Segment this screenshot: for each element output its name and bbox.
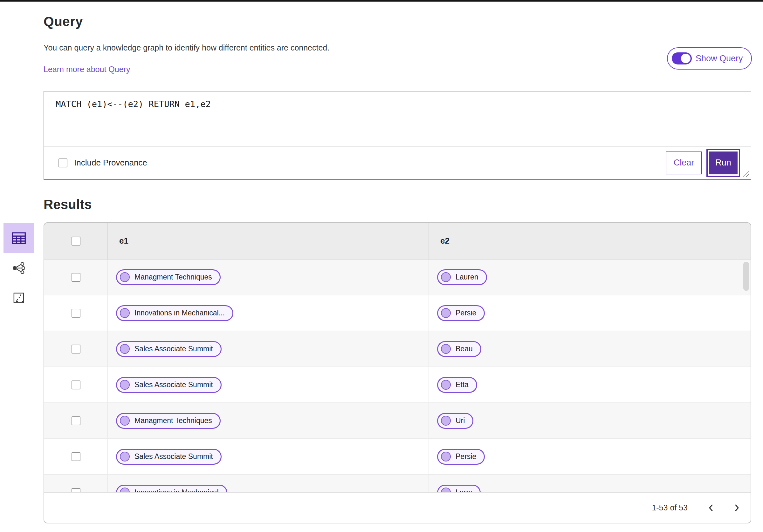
query-page: Query You can query a knowledge graph to… bbox=[0, 0, 763, 532]
entity-node-icon bbox=[120, 344, 130, 354]
results-title: Results bbox=[44, 197, 92, 212]
entity-label: Sales Associate Summit bbox=[135, 452, 213, 461]
entity-pill-e2[interactable]: Persie bbox=[437, 449, 485, 465]
table-row: Innovations in Mechanical... Persie bbox=[44, 295, 751, 331]
table-scrollbar-thumb[interactable] bbox=[743, 262, 749, 291]
entity-label: Uri bbox=[456, 416, 465, 425]
table-row: Sales Associate Summit Persie bbox=[44, 439, 751, 475]
table-row: Managment Techniques Lauren bbox=[44, 259, 751, 295]
entity-node-icon bbox=[120, 308, 130, 318]
row-checkbox[interactable] bbox=[71, 416, 80, 425]
fit-graph-icon bbox=[12, 291, 26, 305]
table-icon bbox=[10, 229, 27, 247]
graph-icon bbox=[11, 261, 26, 275]
entity-label: Beau bbox=[456, 345, 473, 353]
entity-pill-e2[interactable]: Lauren bbox=[437, 269, 487, 285]
table-view-button[interactable] bbox=[4, 223, 34, 253]
entity-label: Managment Techniques bbox=[135, 416, 212, 425]
entity-pill-e2[interactable]: Uri bbox=[437, 413, 473, 429]
query-text-input[interactable]: MATCH (e1)<--(e2) RETURN e1,e2 bbox=[44, 91, 751, 147]
entity-node-icon bbox=[120, 452, 130, 462]
table-row: Managment Techniques Uri bbox=[44, 403, 751, 439]
entity-label: Sales Associate Summit bbox=[135, 345, 213, 353]
table-header-row: e1 e2 bbox=[44, 223, 751, 259]
entity-pill-e2[interactable]: Persie bbox=[437, 305, 485, 321]
page-description: You can query a knowledge graph to ident… bbox=[44, 43, 329, 52]
entity-pill-e1[interactable]: Sales Associate Summit bbox=[116, 341, 222, 357]
entity-node-icon bbox=[120, 272, 130, 282]
fit-view-button[interactable] bbox=[9, 291, 28, 305]
row-checkbox[interactable] bbox=[71, 381, 80, 390]
entity-node-icon bbox=[441, 272, 451, 282]
entity-pill-e1[interactable]: Managment Techniques bbox=[116, 413, 221, 429]
show-query-label: Show Query bbox=[696, 54, 743, 63]
chevron-right-icon bbox=[732, 503, 741, 513]
entity-label: Persie bbox=[456, 309, 476, 317]
query-actions-bar: Include Provenance Clear Run bbox=[44, 147, 751, 179]
toggle-on-icon bbox=[672, 52, 692, 64]
results-view-switcher bbox=[4, 223, 34, 305]
run-button[interactable]: Run bbox=[707, 149, 740, 177]
entity-label: Lauren bbox=[456, 273, 479, 281]
next-page-button[interactable] bbox=[730, 501, 744, 515]
row-checkbox[interactable] bbox=[71, 273, 80, 282]
pagination-bar: 1-53 of 53 bbox=[44, 492, 751, 523]
entity-label: Managment Techniques bbox=[135, 273, 212, 281]
entity-node-icon bbox=[441, 380, 451, 390]
include-provenance-checkbox[interactable] bbox=[58, 158, 67, 167]
select-all-checkbox[interactable] bbox=[71, 237, 80, 245]
table-body: Managment Techniques Lauren Innovations … bbox=[44, 259, 751, 511]
entity-pill-e1[interactable]: Sales Associate Summit bbox=[116, 377, 222, 393]
clear-button[interactable]: Clear bbox=[666, 151, 702, 174]
previous-page-button[interactable] bbox=[704, 501, 718, 515]
table-row: Sales Associate Summit Beau bbox=[44, 331, 751, 367]
entity-node-icon bbox=[441, 452, 451, 462]
learn-more-link[interactable]: Learn more about Query bbox=[44, 65, 130, 74]
query-editor-panel: MATCH (e1)<--(e2) RETURN e1,e2 Include P… bbox=[44, 91, 751, 180]
entity-pill-e1[interactable]: Sales Associate Summit bbox=[116, 449, 222, 465]
window-top-edge bbox=[0, 0, 763, 2]
row-checkbox[interactable] bbox=[71, 452, 80, 461]
entity-pill-e2[interactable]: Beau bbox=[437, 341, 481, 357]
entity-pill-e1[interactable]: Innovations in Mechanical... bbox=[116, 305, 233, 321]
row-checkbox[interactable] bbox=[71, 345, 80, 353]
entity-node-icon bbox=[441, 308, 451, 318]
chevron-left-icon bbox=[707, 503, 715, 513]
entity-pill-e1[interactable]: Managment Techniques bbox=[116, 269, 221, 285]
table-row: Sales Associate Summit Etta bbox=[44, 367, 751, 403]
entity-label: Innovations in Mechanical... bbox=[135, 309, 225, 317]
entity-label: Sales Associate Summit bbox=[135, 381, 213, 389]
entity-node-icon bbox=[441, 344, 451, 354]
entity-pill-e2[interactable]: Etta bbox=[437, 377, 477, 393]
results-table-card: e1 e2 Managment Techniques Lauren Innova bbox=[44, 222, 751, 523]
entity-node-icon bbox=[441, 416, 451, 426]
show-query-toggle[interactable]: Show Query bbox=[667, 47, 752, 69]
entity-label: Persie bbox=[456, 452, 476, 461]
column-header-e2: e2 bbox=[429, 236, 450, 246]
include-provenance-label: Include Provenance bbox=[74, 158, 147, 168]
graph-view-button[interactable] bbox=[9, 261, 28, 275]
column-header-e1: e1 bbox=[108, 236, 128, 246]
page-title: Query bbox=[44, 14, 83, 29]
entity-node-icon bbox=[120, 380, 130, 390]
pagination-range-label: 1-53 of 53 bbox=[652, 503, 688, 512]
entity-label: Etta bbox=[456, 381, 469, 389]
entity-node-icon bbox=[120, 416, 130, 426]
row-checkbox[interactable] bbox=[71, 309, 80, 317]
